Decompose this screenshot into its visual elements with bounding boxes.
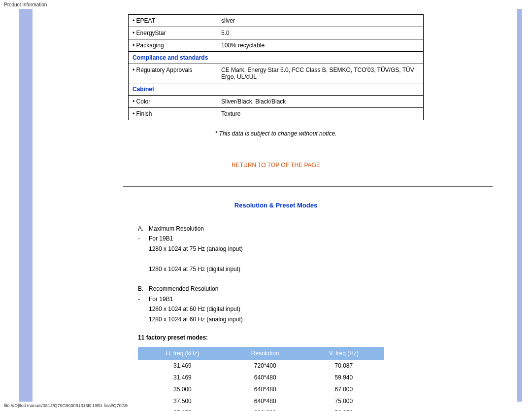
list-item: 1280 x 1024 at 75 Hz (analog input) (138, 244, 424, 254)
return-to-top-link[interactable]: RETURN TO TOP OF THE PAGE (232, 162, 320, 169)
list-item: B.Recommended Resolution (138, 284, 424, 294)
disclaimer: * This data is subject to change without… (128, 120, 424, 152)
content: • EPEAT sliver • EnergyStar 5.0 • Packag… (128, 9, 493, 411)
list-item: A.Maximum Resolution (138, 224, 424, 234)
table-row: • Packaging 100% recyclable (129, 39, 424, 52)
divider (123, 186, 493, 187)
table-row: 31.469640*48059.940 (138, 372, 384, 383)
page-header: Product Information (0, 0, 532, 9)
table-header-row: H. freq (kHz) Resolution V. freq (Hz) (138, 347, 384, 359)
table-row: • Finish Texture (129, 108, 424, 120)
list-item: 1280 x 1024 at 60 Hz (digital input) (138, 304, 424, 314)
spec-label: • Packaging (129, 39, 217, 52)
spec-label: • Color (129, 96, 217, 108)
resolution-list: A.Maximum Resolution -For 19B1 1280 x 10… (128, 224, 424, 324)
sidebar-left (19, 9, 33, 402)
spec-value: Sliver/Black, Black/Black (217, 96, 424, 108)
list-item: -For 19B1 (138, 234, 424, 243)
page-title: Product Information (4, 2, 47, 7)
list-item: -For 19B1 (138, 294, 424, 304)
list-item: 1280 x 1024 at 60 Hz (analog input) (138, 314, 424, 324)
preset-heading: 11 factory preset modes: (128, 324, 493, 347)
table-row: • EPEAT sliver (129, 15, 424, 27)
section-cabinet: Cabinet (129, 83, 424, 96)
table-section-header: Cabinet (129, 83, 424, 96)
list-item: 1280 x 1024 at 75 Hz (digital input) (138, 264, 424, 274)
table-row: 37.500640*48075.000 (138, 395, 384, 407)
table-row: 35.000640*48067.000 (138, 383, 384, 395)
spec-value: sliver (217, 15, 424, 27)
spec-label: • Finish (129, 108, 217, 120)
list-item (138, 274, 424, 284)
spec-value: Texture (217, 108, 424, 120)
spec-label: • EnergyStar (129, 27, 217, 39)
spec-table: • EPEAT sliver • EnergyStar 5.0 • Packag… (128, 14, 424, 120)
col-vfreq: V. freq (Hz) (303, 347, 384, 359)
table-row: • Color Sliver/Black, Black/Black (129, 96, 424, 108)
spec-value: 5.0 (217, 27, 424, 39)
spec-label: • EPEAT (129, 15, 217, 27)
preset-table: H. freq (kHz) Resolution V. freq (Hz) 31… (138, 347, 384, 411)
sidebar-right (517, 9, 522, 402)
section-compliance: Compliance and standards (129, 52, 424, 64)
spec-value: CE Mark, Energy Star 5.0, FCC Class B, S… (217, 64, 424, 83)
resolution-title: Resolution & Preset Modes (128, 202, 424, 209)
table-row: • Regulatory Approvals CE Mark, Energy S… (129, 64, 424, 83)
spec-label: • Regulatory Approvals (129, 64, 217, 83)
table-row: • EnergyStar 5.0 (129, 27, 424, 39)
col-hfreq: H. freq (kHz) (138, 347, 227, 359)
table-section-header: Compliance and standards (129, 52, 424, 64)
table-row: 31.469720*40070.087 (138, 359, 384, 372)
list-item (138, 254, 424, 264)
table-row: 35.156800*60056.250 (138, 407, 384, 411)
return-link-wrap: RETURN TO TOP OF THE PAGE (128, 152, 424, 183)
spec-value: 100% recyclable (217, 39, 424, 52)
col-resolution: Resolution (227, 347, 303, 359)
